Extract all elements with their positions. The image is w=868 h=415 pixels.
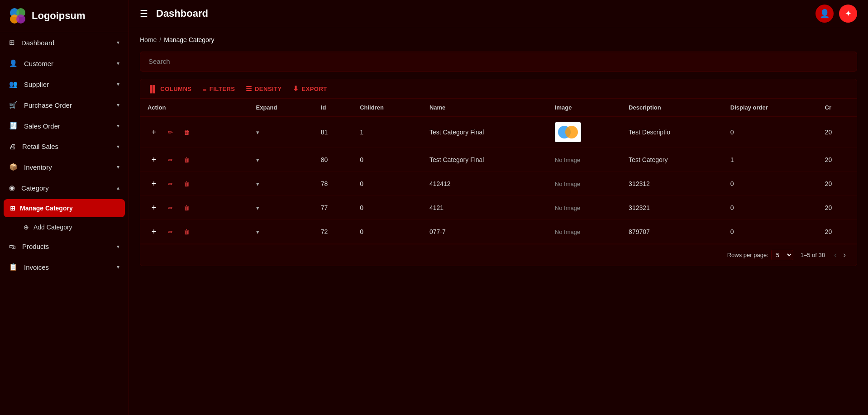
no-image-label: No Image	[555, 229, 580, 235]
sidebar-sub-manage-category[interactable]: ⊞ Manage Category	[4, 199, 125, 217]
sidebar-sub-add-category[interactable]: ⊕ Add Category	[0, 218, 129, 236]
cell-display-order: 1	[723, 148, 818, 172]
delete-row-button[interactable]: 🗑	[180, 177, 193, 190]
sidebar: Logoipsum ⊞ Dashboard ▾ 👤 Customer ▾ 👥 S…	[0, 0, 129, 415]
cell-cr: 20	[818, 117, 857, 148]
cell-name: 077-7	[422, 220, 548, 244]
filters-button[interactable]: ≡ FILTERS	[202, 85, 235, 93]
expand-row-button[interactable]: ▾	[256, 129, 259, 136]
cell-cr: 20	[818, 172, 857, 196]
no-image-label: No Image	[555, 205, 580, 211]
cell-id: 77	[314, 196, 353, 220]
no-image-label: No Image	[555, 157, 580, 163]
expand-row-button[interactable]: ▾	[256, 205, 259, 211]
col-action: Action	[140, 99, 249, 117]
sidebar-item-sales-order[interactable]: 🧾 Sales Order ▾	[0, 115, 129, 136]
pagination: Rows per page: 5 10 25 1–5 of 38 ‹ ›	[140, 244, 857, 266]
table-row: + ✏ 🗑 ▾7704121No Image312321020	[140, 196, 857, 220]
expand-row-button[interactable]: ▾	[256, 229, 259, 235]
cell-image: No Image	[548, 172, 621, 196]
cell-display-order: 0	[723, 220, 818, 244]
category-image	[555, 122, 581, 142]
sidebar-sub-label: Manage Category	[20, 205, 73, 212]
col-id: Id	[314, 99, 353, 117]
sidebar-item-label: Category	[21, 184, 49, 192]
chevron-down-icon: ▾	[117, 143, 119, 150]
col-cr: Cr	[818, 99, 857, 117]
sidebar-item-retail-sales[interactable]: 🖨 Retail Sales ▾	[0, 136, 129, 157]
cell-image: No Image	[548, 220, 621, 244]
col-children: Children	[353, 99, 422, 117]
main-content: ☰ Dashboard 👤 ✦ Home / Manage Category	[129, 0, 868, 415]
page-info: 1–5 of 38	[801, 252, 825, 258]
spark-button[interactable]: ✦	[839, 5, 857, 23]
breadcrumb-home[interactable]: Home	[140, 36, 157, 43]
sidebar-item-category[interactable]: ◉ Category ▴	[0, 177, 129, 198]
search-container	[140, 52, 857, 72]
columns-button[interactable]: ▐▌ COLUMNS	[148, 85, 191, 93]
sidebar-item-label: Invoices	[24, 263, 49, 271]
sidebar-item-dashboard[interactable]: ⊞ Dashboard ▾	[0, 32, 129, 53]
add-row-button[interactable]: +	[148, 153, 160, 166]
user-avatar-button[interactable]: 👤	[816, 5, 834, 23]
col-image: Image	[548, 99, 621, 117]
rows-per-page-control: Rows per page: 5 10 25	[727, 250, 793, 260]
table-row: + ✏ 🗑 ▾811Test Category Final Test Descr…	[140, 117, 857, 148]
cell-id: 72	[314, 220, 353, 244]
page-title: Dashboard	[156, 8, 208, 19]
hamburger-icon[interactable]: ☰	[140, 8, 148, 19]
cell-description: 879707	[621, 220, 723, 244]
edit-row-button[interactable]: ✏	[164, 177, 176, 190]
expand-row-button[interactable]: ▾	[256, 181, 259, 187]
sales-icon: 🧾	[9, 122, 18, 130]
col-name: Name	[422, 99, 548, 117]
edit-row-button[interactable]: ✏	[164, 201, 176, 214]
topbar: ☰ Dashboard 👤 ✦	[129, 0, 868, 27]
products-icon: 🛍	[9, 243, 16, 250]
expand-row-button[interactable]: ▾	[256, 157, 259, 163]
density-label: DENSITY	[255, 86, 282, 92]
invoices-icon: 📋	[9, 263, 18, 271]
edit-row-button[interactable]: ✏	[164, 153, 176, 166]
edit-row-button[interactable]: ✏	[164, 126, 176, 138]
sidebar-item-inventory[interactable]: 📦 Inventory ▾	[0, 157, 129, 177]
sidebar-item-customer[interactable]: 👤 Customer ▾	[0, 53, 129, 74]
sidebar-item-label: Inventory	[24, 163, 52, 171]
breadcrumb-separator: /	[159, 36, 161, 43]
density-button[interactable]: ☰ DENSITY	[246, 85, 281, 93]
grid-icon: ⊞	[9, 38, 15, 47]
plus-circle-icon: ⊕	[24, 224, 29, 231]
sidebar-item-purchase-order[interactable]: 🛒 Purchase Order ▾	[0, 95, 129, 115]
add-row-button[interactable]: +	[148, 201, 160, 214]
add-row-button[interactable]: +	[148, 177, 160, 190]
edit-row-button[interactable]: ✏	[164, 225, 176, 238]
rows-per-page-label: Rows per page:	[727, 252, 768, 258]
cell-display-order: 0	[723, 117, 818, 148]
col-expand: Expand	[249, 99, 314, 117]
density-icon: ☰	[246, 85, 252, 93]
add-row-button[interactable]: +	[148, 126, 160, 138]
rows-per-page-select[interactable]: 5 10 25	[771, 250, 793, 260]
page-nav: ‹ ›	[832, 250, 848, 260]
cell-id: 78	[314, 172, 353, 196]
retail-icon: 🖨	[9, 143, 16, 150]
prev-page-button[interactable]: ‹	[832, 250, 839, 260]
delete-row-button[interactable]: 🗑	[180, 153, 193, 166]
add-row-button[interactable]: +	[148, 225, 160, 238]
table-row: + ✏ 🗑 ▾800Test Category FinalNo ImageTes…	[140, 148, 857, 172]
export-button[interactable]: ⬇ EXPORT	[293, 85, 327, 93]
search-input[interactable]	[148, 57, 849, 65]
sidebar-item-label: Purchase Order	[24, 101, 72, 109]
delete-row-button[interactable]: 🗑	[180, 201, 193, 214]
delete-row-button[interactable]: 🗑	[180, 225, 193, 238]
columns-label: COLUMNS	[160, 86, 191, 92]
user-icon: 👤	[820, 9, 830, 19]
export-icon: ⬇	[293, 85, 299, 93]
next-page-button[interactable]: ›	[841, 250, 848, 260]
sidebar-item-invoices[interactable]: 📋 Invoices ▾	[0, 257, 129, 277]
sidebar-item-products[interactable]: 🛍 Products ▾	[0, 236, 129, 257]
delete-row-button[interactable]: 🗑	[180, 126, 193, 138]
logo-icon	[8, 6, 27, 25]
cell-children: 0	[353, 220, 422, 244]
sidebar-item-supplier[interactable]: 👥 Supplier ▾	[0, 74, 129, 95]
